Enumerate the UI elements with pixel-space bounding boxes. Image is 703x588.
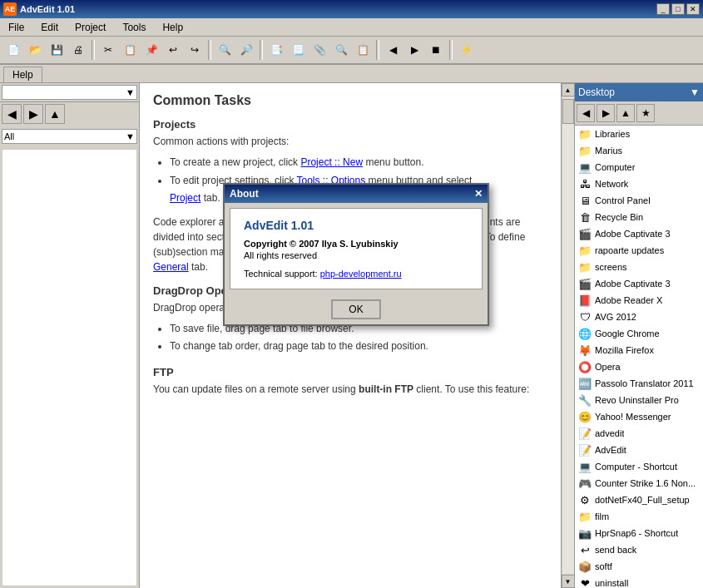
filter-value: All [4, 131, 14, 141]
nav-up[interactable]: ▲ [45, 104, 65, 124]
tb-replace[interactable]: 🔎 [236, 40, 256, 60]
list-item[interactable]: 📦softf [575, 558, 703, 575]
menu-edit[interactable]: Edit [36, 20, 63, 35]
filter-box[interactable]: All ▼ [2, 129, 137, 144]
list-item[interactable]: 😊Yahoo! Messenger [575, 408, 703, 425]
ok-button[interactable]: OK [331, 299, 381, 319]
scroll-thumb[interactable] [562, 99, 574, 124]
folder-icon: 📁 [578, 127, 592, 141]
tb-page-save[interactable]: 📎 [309, 40, 329, 60]
list-item-label: advedit [595, 428, 624, 438]
maximize-button[interactable]: □ [671, 3, 685, 15]
list-item[interactable]: 📁rapoarte updates [575, 242, 703, 259]
list-item[interactable]: ↩send back [575, 541, 703, 558]
tb-page-go[interactable]: 📋 [353, 40, 373, 60]
projects-heading: Projects [153, 118, 547, 131]
dialog-app-name: AdvEdit 1.01 [244, 219, 468, 232]
list-item[interactable]: 📝advedit [575, 425, 703, 442]
tb-page-find[interactable]: 🔍 [331, 40, 351, 60]
revo-icon: 🔧 [578, 393, 592, 407]
list-item[interactable]: 🎮Counter Strike 1.6 Non... [575, 475, 703, 492]
help-tab-bar: Help [0, 65, 703, 83]
list-item[interactable]: 🎬Adobe Captivate 3 [575, 225, 703, 242]
bullet1-pre: To create a new project, click [170, 156, 300, 168]
tb-print[interactable]: 🖨 [68, 40, 88, 60]
list-item[interactable]: 🌐Google Chrome [575, 325, 703, 342]
dialog-title-bar: About ✕ [225, 185, 488, 203]
list-item[interactable]: 🎬Adobe Captivate 3 [575, 275, 703, 292]
scroll-track[interactable] [562, 97, 574, 574]
nav-fwd[interactable]: ▶ [23, 104, 43, 124]
list-item[interactable]: ❤uninstall [575, 575, 703, 588]
list-item[interactable]: 🖧Network [575, 175, 703, 192]
list-item[interactable]: 📁film [575, 508, 703, 525]
menu-file[interactable]: File [3, 20, 29, 35]
tb-page-new[interactable]: 📑 [266, 40, 286, 60]
nav-back[interactable]: ◀ [2, 104, 22, 124]
tb-paste[interactable]: 📌 [141, 40, 161, 60]
close-button[interactable]: ✕ [686, 3, 700, 15]
scroll-up-button[interactable]: ▲ [562, 83, 575, 96]
list-item-label: Control Panel [595, 195, 651, 205]
tb-redo[interactable]: ↪ [185, 40, 205, 60]
softf-icon: 📦 [578, 560, 592, 573]
main-area: ▼ ◀ ▶ ▲ All ▼ Common Tasks Projects Comm… [0, 83, 703, 588]
project-tab-link[interactable]: Project [170, 192, 201, 204]
tb-fwd[interactable]: ▶ [404, 40, 424, 60]
tb-find[interactable]: 🔍 [215, 40, 235, 60]
list-item[interactable]: 🛡AVG 2012 [575, 309, 703, 325]
list-item[interactable]: 📁Marius [575, 142, 703, 159]
tb-page-copy[interactable]: 📃 [288, 40, 308, 60]
project-new-link[interactable]: Project :: New [300, 156, 363, 168]
tb-stop[interactable]: ⏹ [426, 40, 446, 60]
right-panel-arrow[interactable]: ▼ [690, 86, 700, 98]
tb-run[interactable]: ⚡ [456, 40, 476, 60]
list-item[interactable]: 📕Adobe Reader X [575, 292, 703, 309]
list-item[interactable]: 🔧Revo Uninstaller Pro [575, 392, 703, 408]
tb-cut[interactable]: ✂ [98, 40, 118, 60]
list-item[interactable]: 🦊Mozilla Firefox [575, 342, 703, 358]
list-item[interactable]: 📷HprSnap6 - Shortcut [575, 525, 703, 541]
list-item-label: Libraries [595, 129, 630, 139]
content-scrollbar: ▲ ▼ [561, 83, 574, 588]
window-controls: _ □ ✕ [656, 3, 700, 15]
list-item[interactable]: 📝AdvEdit [575, 442, 703, 458]
list-item[interactable]: 🔤Passolo Translator 2011 [575, 375, 703, 392]
list-item[interactable]: 💻Computer [575, 159, 703, 175]
folder-icon: 📁 [578, 244, 592, 257]
menu-help[interactable]: Help [157, 20, 188, 35]
tb-new[interactable]: 📄 [3, 40, 23, 60]
list-item-label: Recycle Bin [595, 212, 643, 222]
help-tab[interactable]: Help [3, 67, 42, 82]
list-item[interactable]: 📁Libraries [575, 126, 703, 142]
content-area: Common Tasks Projects Common actions wit… [140, 83, 561, 588]
rp-star[interactable]: ★ [636, 104, 655, 122]
tb-copy[interactable]: 📋 [120, 40, 140, 60]
list-item[interactable]: ⭕Opera [575, 358, 703, 375]
ftp-heading: FTP [153, 366, 547, 378]
minimize-button[interactable]: _ [656, 3, 670, 15]
tb-back[interactable]: ◀ [383, 40, 403, 60]
tb-open[interactable]: 📂 [25, 40, 45, 60]
tb-save[interactable]: 💾 [47, 40, 67, 60]
toolbar: 📄 📂 💾 🖨 ✂ 📋 📌 ↩ ↪ 🔍 🔎 📑 📃 📎 🔍 📋 ◀ ▶ ⏹ ⚡ [0, 37, 703, 65]
list-item[interactable]: 💻Computer - Shortcut [575, 458, 703, 475]
list-item[interactable]: 🗑Recycle Bin [575, 209, 703, 225]
filter-arrow: ▼ [126, 131, 135, 141]
menu-project[interactable]: Project [70, 20, 111, 35]
scroll-down-button[interactable]: ▼ [562, 575, 575, 588]
list-item[interactable]: ⚙dotNetFx40_Full_setup [575, 492, 703, 508]
menu-tools[interactable]: Tools [117, 20, 151, 35]
tb-undo[interactable]: ↩ [163, 40, 183, 60]
list-item[interactable]: 📁screens [575, 259, 703, 275]
list-item-label: Computer [595, 162, 635, 172]
general-tab-link[interactable]: General [153, 261, 189, 273]
dialog-close-button[interactable]: ✕ [474, 188, 483, 200]
rp-fwd[interactable]: ▶ [597, 104, 615, 122]
support-link[interactable]: php-development.ru [320, 269, 402, 279]
list-item[interactable]: 🖥Control Panel [575, 192, 703, 209]
main-title: Common Tasks [153, 93, 547, 108]
left-dropdown[interactable]: ▼ [2, 85, 137, 100]
rp-back[interactable]: ◀ [577, 104, 595, 122]
rp-up[interactable]: ▲ [616, 104, 635, 122]
